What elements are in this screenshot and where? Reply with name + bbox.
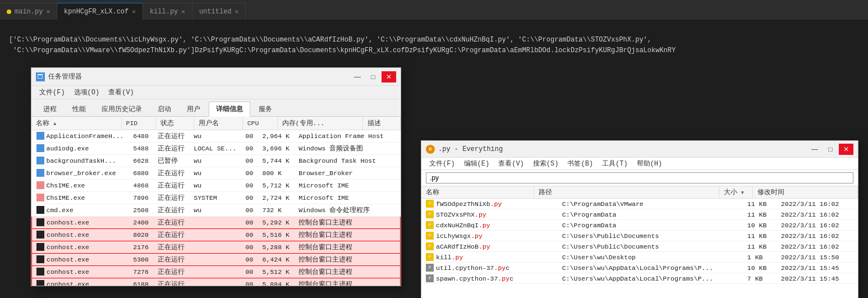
- process-cpu: 00: [241, 204, 258, 217]
- ev-menu-search[interactable]: 搜索(S): [530, 158, 562, 169]
- process-icon: [36, 144, 44, 152]
- process-pid: 6188: [128, 278, 153, 286]
- col-user[interactable]: 用户名: [194, 117, 242, 130]
- file-name: fWSOdpezThNiXb.py: [436, 200, 502, 208]
- table-row[interactable]: audiodg.exe 5488 正在运行 LOCAL SE... 00 3,6…: [32, 143, 401, 155]
- table-row[interactable]: ChsIME.exe 4868 正在运行 wu 00 5,712 K Micro…: [32, 180, 401, 192]
- task-manager-window: 🗖 任务管理器 — □ ✕ 文件(F) 选项(O) 查看(V) 进程 性能 应用…: [31, 67, 401, 286]
- menu-file[interactable]: 文件(F): [36, 86, 68, 98]
- ev-window-controls: — □ ✕: [807, 144, 853, 155]
- ev-minimize-button[interactable]: —: [807, 144, 822, 155]
- list-item[interactable]: P STOZVxsPhX.py C:\ProgramData 11 KB 202…: [421, 209, 858, 220]
- menu-options[interactable]: 选项(O): [71, 86, 103, 98]
- process-list-scroll[interactable]: ApplicationFrameH... 6480 正在运行 wu 00 2,9…: [31, 130, 401, 286]
- ev-name-cell: P aCARdfIzHoB.py: [421, 241, 534, 251]
- close-icon[interactable]: ✕: [235, 8, 239, 15]
- process-icon: [36, 132, 44, 140]
- process-desc: 控制台窗口主进程: [294, 241, 400, 254]
- tab-untitled[interactable]: untitled ✕: [192, 3, 246, 20]
- col-memory[interactable]: 内存(专用...: [277, 117, 362, 130]
- ev-col-size[interactable]: 大小 ▼: [719, 186, 752, 199]
- ev-col-name[interactable]: 名称: [421, 186, 534, 199]
- ev-col-date[interactable]: 修改时间: [752, 186, 858, 199]
- table-row[interactable]: conhost.exe 7276 正在运行 00 5,512 K 控制台窗口主进…: [32, 266, 401, 278]
- ev-close-button[interactable]: ✕: [839, 144, 853, 155]
- list-item[interactable]: P icLhyWsgx.py C:\Users\Public\Documents…: [421, 231, 858, 241]
- list-item[interactable]: P util.cpython-37.pyc C:\Users\wu\AppDat…: [421, 263, 858, 273]
- table-row[interactable]: conhost.exe 5300 正在运行 00 6,424 K 控制台窗口主进…: [32, 254, 401, 266]
- col-name[interactable]: 名称 ▲: [31, 117, 121, 130]
- maximize-button[interactable]: □: [366, 71, 380, 82]
- ev-date: 2022/3/11 15:45: [777, 263, 858, 273]
- list-item[interactable]: P aCARdfIzHoB.py C:\Users\Public\Documen…: [421, 241, 858, 252]
- ev-search-bar: [421, 170, 858, 186]
- close-button[interactable]: ✕: [382, 71, 396, 82]
- list-item[interactable]: P kill.py C:\Users\wu\Desktop 1 KB 2022/…: [421, 252, 858, 263]
- close-icon[interactable]: ✕: [132, 8, 136, 15]
- table-row[interactable]: ApplicationFrameH... 6480 正在运行 wu 00 2,9…: [32, 130, 401, 143]
- table-row[interactable]: conhost.exe 2176 正在运行 00 5,288 K 控制台窗口主进…: [32, 241, 401, 254]
- tab-kill-py[interactable]: kill.py ✕: [143, 3, 192, 20]
- file-icon: P: [426, 274, 434, 282]
- file-name: aCARdfIzHoB.py: [436, 243, 490, 250]
- list-item[interactable]: P cdxNuHZnBqI.py C:\ProgramData 10 KB 20…: [421, 220, 858, 231]
- col-cpu[interactable]: CPU: [242, 117, 277, 130]
- task-manager-title: 任务管理器: [48, 72, 82, 81]
- process-cpu: 00: [241, 130, 258, 143]
- process-pid: 7896: [128, 192, 153, 204]
- tab-services[interactable]: 服务: [251, 102, 279, 116]
- table-row[interactable]: cmd.exe 2508 正在运行 wu 00 732 K Windows 命令…: [32, 204, 401, 217]
- list-item[interactable]: P fWSOdpezThNiXb.py C:\ProgramData\VMwar…: [421, 199, 858, 209]
- table-row[interactable]: backgroundTaskH... 6628 已暂停 wu 00 5,744 …: [32, 155, 401, 167]
- close-icon[interactable]: ✕: [181, 8, 185, 15]
- tab-startup[interactable]: 启动: [150, 102, 178, 116]
- ev-maximize-button[interactable]: □: [823, 144, 838, 155]
- ev-name-cell: P icLhyWsgx.py: [421, 231, 534, 241]
- process-pid: 7276: [128, 266, 153, 278]
- everything-list-scroll[interactable]: P fWSOdpezThNiXb.py C:\ProgramData\VMwar…: [421, 199, 858, 298]
- process-desc: 控制台窗口主进程: [294, 217, 400, 229]
- process-status: 正在运行: [153, 192, 189, 204]
- ev-path: C:\ProgramData: [558, 209, 743, 220]
- col-status[interactable]: 状态: [156, 117, 194, 130]
- list-item[interactable]: P spawn.cpython-37.pyc C:\Users\wu\AppDa…: [421, 273, 858, 284]
- col-pid[interactable]: PID: [121, 117, 156, 130]
- process-user: SYSTEM: [189, 192, 241, 204]
- table-row[interactable]: conhost.exe 2400 正在运行 00 5,292 K 控制台窗口主进…: [32, 217, 401, 229]
- tab-performance[interactable]: 性能: [65, 102, 93, 116]
- ev-menu-file[interactable]: 文件(F): [426, 158, 458, 169]
- table-row[interactable]: conhost.exe 6188 正在运行 00 5,884 K 控制台窗口主进…: [32, 278, 401, 286]
- ev-date: 2022/3/11 16:02: [777, 220, 858, 231]
- ev-menu-help[interactable]: 帮助(H): [633, 158, 666, 169]
- close-icon[interactable]: ✕: [46, 8, 50, 15]
- process-memory: 3,696 K: [258, 143, 295, 155]
- process-icon: [36, 194, 44, 201]
- tab-process[interactable]: 进程: [36, 102, 64, 116]
- tab-kpn[interactable]: kpnHCgFR_xLX.cof ✕: [57, 3, 143, 20]
- col-desc[interactable]: 描述: [362, 117, 400, 130]
- search-input[interactable]: [426, 172, 853, 184]
- table-row[interactable]: conhost.exe 8020 正在运行 00 5,516 K 控制台窗口主进…: [32, 229, 401, 241]
- table-row[interactable]: ChsIME.exe 7896 正在运行 SYSTEM 00 2,724 K M…: [32, 192, 401, 204]
- tab-bar: main.py ✕ kpnHCgFR_xLX.cof ✕ kill.py ✕ u…: [0, 0, 868, 20]
- everything-title: .py - Everything: [438, 145, 503, 153]
- process-status: 正在运行: [153, 266, 189, 278]
- ev-menu-view[interactable]: 查看(V): [495, 158, 527, 169]
- minimize-button[interactable]: —: [350, 71, 365, 82]
- ev-menu-edit[interactable]: 编辑(E): [461, 158, 493, 169]
- ev-col-path[interactable]: 路径: [534, 186, 719, 199]
- table-row[interactable]: browser_broker.exe 6880 正在运行 wu 00 800 K…: [32, 167, 401, 180]
- process-user: wu: [189, 130, 241, 143]
- tab-main-py[interactable]: main.py ✕: [0, 3, 57, 20]
- tab-users[interactable]: 用户: [180, 102, 208, 116]
- process-user: [189, 229, 241, 241]
- process-memory: 6,424 K: [258, 254, 295, 266]
- tab-app-history[interactable]: 应用历史记录: [94, 102, 149, 116]
- menu-view[interactable]: 查看(V): [105, 86, 137, 98]
- process-user: [189, 254, 241, 266]
- ev-menu-tools[interactable]: 工具(T): [599, 158, 631, 169]
- process-desc: Windows 命令处理程序: [294, 204, 400, 217]
- ev-menu-bookmark[interactable]: 书签(B): [564, 158, 596, 169]
- process-pid: 5300: [128, 254, 153, 266]
- tab-details[interactable]: 详细信息: [209, 102, 250, 117]
